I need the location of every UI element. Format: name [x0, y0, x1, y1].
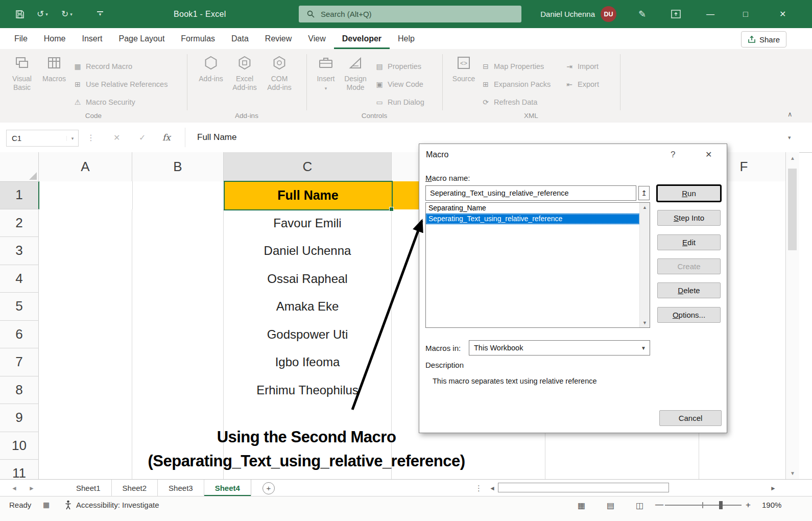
- horizontal-scroll-thumb[interactable]: [498, 483, 669, 492]
- macro-name-input[interactable]: [425, 185, 636, 201]
- tab-review[interactable]: Review: [257, 28, 300, 49]
- cell-C6[interactable]: Godspower Uti: [224, 321, 392, 349]
- cell-A2[interactable]: [39, 209, 132, 238]
- view-page-break-button[interactable]: ◫: [636, 501, 643, 510]
- new-sheet-button[interactable]: +: [262, 482, 275, 494]
- run-dialog-button[interactable]: ▭ Run Dialog: [375, 96, 424, 108]
- cell-C8[interactable]: Erhimu Theophilus: [224, 376, 392, 405]
- insert-function-button[interactable]: fx: [162, 123, 171, 152]
- cell-A8[interactable]: [39, 376, 132, 405]
- share-button[interactable]: Share: [741, 31, 786, 48]
- map-properties-button[interactable]: ⊟ Map Properties: [481, 60, 544, 73]
- ribbon-display-options-button[interactable]: [671, 0, 681, 28]
- row-header-9[interactable]: 9: [0, 404, 39, 432]
- macro-list-item-selected[interactable]: Seperating_Text_using_relative_reference: [426, 214, 640, 224]
- cell-A4[interactable]: [39, 265, 132, 294]
- close-button[interactable]: ✕: [779, 0, 786, 28]
- delete-button[interactable]: Delete: [657, 282, 721, 298]
- tab-developer[interactable]: Developer: [334, 28, 390, 49]
- vertical-scrollbar[interactable]: ▲ ▼: [785, 152, 799, 479]
- formula-bar-grip-icon[interactable]: ⋮: [87, 123, 95, 152]
- column-header-C[interactable]: C: [224, 152, 392, 182]
- macro-recording-button[interactable]: ▦: [43, 501, 50, 509]
- design-mode-button[interactable]: Design Mode: [340, 54, 371, 92]
- cell-C4[interactable]: Ossai Rapheal: [224, 265, 392, 294]
- row-header-8[interactable]: 8: [0, 376, 39, 405]
- cell-A5[interactable]: [39, 293, 132, 321]
- sheet-tab-sheet1[interactable]: Sheet1: [65, 480, 112, 496]
- cell-B2[interactable]: [132, 209, 224, 238]
- undo-button[interactable]: ↺▾: [37, 0, 48, 28]
- accessibility-checker[interactable]: Accessibility: Investigate: [64, 500, 159, 510]
- source-button[interactable]: <> Source: [449, 54, 478, 83]
- sheet-tab-sheet2[interactable]: Sheet2: [112, 480, 158, 496]
- cell-E11[interactable]: [545, 460, 699, 479]
- cell-C7[interactable]: Igbo Ifeoma: [224, 348, 392, 377]
- refresh-data-button[interactable]: ⟳ Refresh Data: [481, 96, 537, 108]
- collapse-ribbon-button[interactable]: ∧: [787, 110, 793, 118]
- tab-help[interactable]: Help: [390, 28, 423, 49]
- macros-button[interactable]: Macros: [40, 54, 68, 83]
- properties-button[interactable]: ▤ Properties: [375, 60, 421, 73]
- options-button[interactable]: Options...: [657, 307, 721, 323]
- sheet-nav-right-icon[interactable]: ►: [29, 485, 35, 492]
- editor-pen-button[interactable]: ✎: [638, 0, 646, 28]
- minimize-button[interactable]: —: [706, 0, 714, 28]
- macro-list-item[interactable]: Separating_Name: [426, 203, 640, 214]
- tab-options-dots-icon[interactable]: ⋮: [475, 480, 483, 496]
- enter-entry-button[interactable]: ✓: [139, 123, 146, 152]
- tab-view[interactable]: View: [300, 28, 333, 49]
- sheet-tab-sheet4-active[interactable]: Sheet4: [204, 480, 251, 496]
- import-button[interactable]: ⇥ Import: [565, 60, 599, 73]
- cell-B1[interactable]: [133, 181, 224, 210]
- create-button[interactable]: Create: [657, 258, 721, 274]
- vertical-scroll-thumb[interactable]: [788, 169, 797, 250]
- zoom-slider-track[interactable]: [665, 505, 742, 506]
- add-ins-button[interactable]: Add-ins: [196, 54, 226, 83]
- macro-security-button[interactable]: ⚠ Macro Security: [73, 96, 135, 108]
- name-box-caret-icon[interactable]: ▾: [66, 136, 78, 141]
- tab-insert[interactable]: Insert: [74, 28, 110, 49]
- name-box[interactable]: C1 ▾: [6, 130, 79, 147]
- cell-B7[interactable]: [132, 348, 224, 377]
- sheet-tab-sheet3[interactable]: Sheet3: [158, 480, 204, 496]
- save-button[interactable]: [15, 0, 25, 28]
- use-relative-references-button[interactable]: ⊞ Use Relative References: [73, 78, 168, 90]
- cell-E10[interactable]: [545, 432, 699, 461]
- export-button[interactable]: ⇤ Export: [565, 78, 599, 90]
- row-header-6[interactable]: 6: [0, 321, 39, 349]
- cell-C2[interactable]: Favour Emili: [224, 209, 392, 238]
- cell-A3[interactable]: [39, 237, 132, 266]
- column-header-B[interactable]: B: [132, 152, 224, 182]
- cell-B3[interactable]: [132, 237, 224, 266]
- user-name[interactable]: Daniel Uchenna: [529, 0, 595, 28]
- sheet-nav-left-icon[interactable]: ◄: [11, 485, 17, 492]
- row-header-7[interactable]: 7: [0, 348, 39, 376]
- zoom-level[interactable]: 190%: [762, 501, 781, 509]
- view-code-button[interactable]: ▣ View Code: [375, 78, 423, 90]
- record-macro-button[interactable]: ▦ Record Macro: [73, 60, 132, 73]
- macro-name-up-button[interactable]: ↥: [638, 186, 650, 200]
- zoom-out-button[interactable]: —: [655, 500, 663, 509]
- maximize-button[interactable]: □: [743, 0, 748, 28]
- row-header-1[interactable]: 1: [0, 181, 39, 209]
- run-button[interactable]: Run: [657, 185, 721, 201]
- list-scroll-up-icon[interactable]: ▲: [640, 205, 650, 210]
- view-normal-button[interactable]: ▦: [578, 501, 585, 510]
- com-add-ins-button[interactable]: COM Add-ins: [264, 54, 295, 92]
- edit-button[interactable]: Edit: [657, 234, 721, 250]
- scroll-up-icon[interactable]: ▲: [786, 155, 799, 161]
- redo-button[interactable]: ↻▾: [61, 0, 73, 28]
- search-box[interactable]: Search (Alt+Q): [299, 6, 521, 22]
- tab-page-layout[interactable]: Page Layout: [110, 28, 173, 49]
- tab-formulas[interactable]: Formulas: [173, 28, 223, 49]
- cancel-entry-button[interactable]: ✕: [113, 123, 120, 152]
- row-header-10[interactable]: 10: [0, 432, 39, 460]
- row-header-5[interactable]: 5: [0, 293, 39, 321]
- tab-data[interactable]: Data: [223, 28, 257, 49]
- cell-F11[interactable]: [699, 460, 785, 479]
- row-header-11[interactable]: 11: [0, 460, 39, 479]
- dialog-close-button[interactable]: ✕: [705, 150, 712, 159]
- cell-B6[interactable]: [132, 321, 224, 349]
- row-header-2[interactable]: 2: [0, 209, 39, 238]
